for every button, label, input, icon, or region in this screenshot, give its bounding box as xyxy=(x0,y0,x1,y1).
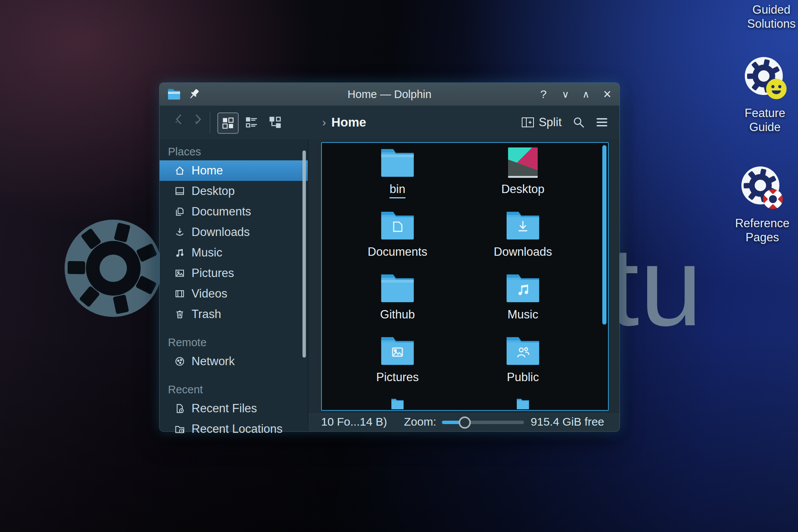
sidebar-item-label: Trash xyxy=(192,307,221,321)
desktop-icon-feature-guide[interactable]: Feature Guide xyxy=(733,55,797,134)
file-name: Downloads xyxy=(494,245,552,259)
trash-icon xyxy=(174,309,185,320)
zoom-slider[interactable] xyxy=(442,421,524,424)
documents-icon xyxy=(174,206,185,217)
file-item-public[interactable]: Public xyxy=(460,332,586,394)
icons-view-button[interactable] xyxy=(217,112,239,134)
details-view-button[interactable] xyxy=(242,112,261,132)
zoom-label: Zoom: xyxy=(404,415,436,428)
breadcrumb-location[interactable]: Home xyxy=(331,115,366,130)
pictures-icon xyxy=(174,268,185,279)
home-icon xyxy=(174,165,185,176)
sidebar-item-network[interactable]: Network xyxy=(160,351,308,372)
sidebar-item-label: Desktop xyxy=(192,184,235,198)
sidebar-item-recent-locations[interactable]: Recent Locations xyxy=(160,419,308,439)
search-icon[interactable] xyxy=(572,116,585,129)
sidebar-scrollbar[interactable] xyxy=(302,150,306,358)
kubuntu-gear-watermark xyxy=(56,211,170,325)
sidebar-item-label: Documents xyxy=(192,205,251,218)
sidebar-item-label: Music xyxy=(192,246,222,260)
folder-icon xyxy=(380,273,415,303)
file-item-downloads[interactable]: Downloads xyxy=(460,206,586,269)
breadcrumb[interactable]: › Home xyxy=(322,106,366,139)
sidebar-item-videos[interactable]: Videos xyxy=(160,283,308,304)
file-item-github[interactable]: Github xyxy=(335,269,460,332)
desktop-icon-label: Feature Guide xyxy=(745,106,785,134)
help-button[interactable]: ? xyxy=(535,83,552,106)
folder-icon xyxy=(380,398,415,410)
wallpaper-preview-icon xyxy=(508,147,538,178)
sidebar-item-label: Downloads xyxy=(192,225,250,239)
desktop-icon xyxy=(174,185,185,197)
sidebar-item-desktop[interactable]: Desktop xyxy=(160,181,308,201)
folder-downloads-icon xyxy=(505,210,540,241)
recent-locations-icon xyxy=(174,423,185,435)
folder-pictures-icon xyxy=(380,336,415,366)
wallpaper-brand-text: tu xyxy=(608,231,703,343)
folder-icon xyxy=(505,398,540,410)
sidebar-item-downloads[interactable]: Downloads xyxy=(160,222,308,242)
breadcrumb-chevron-icon: › xyxy=(322,116,326,129)
sidebar-item-label: Videos xyxy=(192,287,227,301)
zoom-slider-knob[interactable] xyxy=(459,416,471,429)
sidebar-item-music[interactable]: Music xyxy=(160,242,308,263)
sidebar-item-label: Network xyxy=(192,355,235,368)
sidebar-section-remote: Remote xyxy=(160,334,308,351)
file-name: Pictures xyxy=(376,370,419,384)
split-label: Split xyxy=(539,116,562,129)
desktop-icon-label: Reference Pages xyxy=(735,217,789,244)
sidebar-section-places: Places xyxy=(160,143,308,160)
desktop-icon-label: Guided Solutions xyxy=(747,3,796,31)
sidebar-section-recent: Recent xyxy=(160,381,308,398)
back-button[interactable] xyxy=(173,113,185,126)
videos-icon xyxy=(174,288,185,299)
free-space: 915.4 GiB free xyxy=(531,415,604,428)
file-item-bin[interactable]: bin xyxy=(335,144,460,206)
kde-gear-smiley-icon xyxy=(742,55,788,101)
view-scrollbar[interactable] xyxy=(602,145,606,325)
toolbar: › Home Split xyxy=(160,106,619,139)
file-item-partial[interactable] xyxy=(460,394,586,410)
network-icon xyxy=(174,356,185,367)
file-item-pictures[interactable]: Pictures xyxy=(335,332,460,394)
titlebar[interactable]: Home — Dolphin ? ∨ ∧ × xyxy=(160,83,619,106)
desktop-icon-reference-pages[interactable]: Reference Pages xyxy=(730,166,795,244)
sidebar-item-documents[interactable]: Documents xyxy=(160,201,308,222)
hamburger-menu-icon[interactable] xyxy=(596,117,608,127)
downloads-icon xyxy=(174,226,185,238)
close-button[interactable]: × xyxy=(599,83,616,106)
statusbar-summary: 10 Fo...14 B) xyxy=(321,415,387,428)
file-item-partial[interactable] xyxy=(335,394,460,410)
split-icon xyxy=(521,117,534,128)
sidebar-item-label: Recent Locations xyxy=(192,422,283,436)
file-name: Github xyxy=(380,308,415,321)
folder-view[interactable]: bin Desktop xyxy=(321,142,609,411)
file-item-desktop[interactable]: Desktop xyxy=(460,144,586,206)
maximize-button[interactable]: ∧ xyxy=(578,83,594,106)
sidebar-item-trash[interactable]: Trash xyxy=(160,304,308,325)
file-name: Documents xyxy=(368,245,428,259)
sidebar-item-label: Pictures xyxy=(192,266,234,280)
folder-icon xyxy=(380,147,415,178)
desktop-icon-guided-solutions[interactable]: Guided Solutions xyxy=(739,0,798,31)
minimize-button[interactable]: ∨ xyxy=(557,83,574,106)
recent-files-icon xyxy=(174,403,185,414)
file-item-documents[interactable]: Documents xyxy=(335,206,460,269)
file-name: bin xyxy=(390,182,405,198)
split-button[interactable]: Split xyxy=(521,116,562,129)
folder-music-icon xyxy=(505,273,540,303)
places-panel: Places Home Desktop Documents xyxy=(160,139,308,431)
file-item-music[interactable]: Music xyxy=(460,269,586,332)
file-name: Desktop xyxy=(501,182,545,196)
folder-documents-icon xyxy=(380,210,415,241)
sidebar-item-recent-files[interactable]: Recent Files xyxy=(160,398,308,419)
sidebar-item-home[interactable]: Home xyxy=(160,160,308,181)
kde-gear-lifebuoy-icon xyxy=(739,166,785,211)
sidebar-item-pictures[interactable]: Pictures xyxy=(160,263,308,283)
sidebar-item-label: Home xyxy=(192,164,223,177)
forward-button[interactable] xyxy=(192,113,204,126)
file-name: Public xyxy=(507,370,539,384)
file-name: Music xyxy=(508,308,538,321)
tree-view-button[interactable] xyxy=(265,112,285,132)
sidebar-item-label: Recent Files xyxy=(192,402,257,415)
